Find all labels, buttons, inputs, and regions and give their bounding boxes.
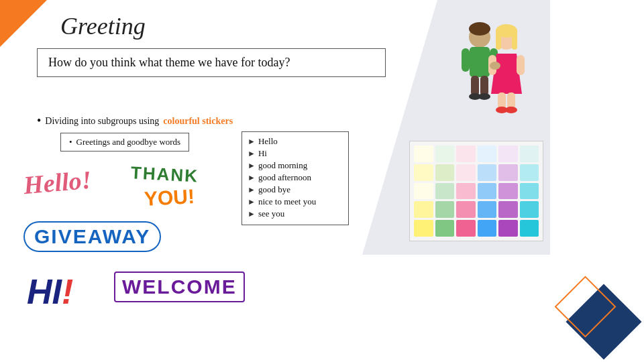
subgroup-bullet: • — [69, 137, 72, 147]
arrow-icon: ► — [248, 161, 256, 171]
sticky-note — [498, 201, 518, 218]
sticky-note — [498, 164, 518, 181]
arrow-icon: ► — [248, 173, 256, 183]
sticky-note — [498, 220, 518, 237]
dividing-bullet: • Dividing into subgroups using colourfu… — [37, 114, 233, 128]
question-box: How do you think what theme we have for … — [37, 48, 386, 77]
sticky-note — [498, 145, 518, 162]
sticky-note — [520, 164, 539, 181]
word-item: ►good bye — [248, 184, 343, 195]
word-item: ►nice to meet you — [248, 196, 343, 207]
colourful-stickers-label: colourful stickers — [163, 116, 233, 127]
stickers-area: Hello! THANK YOU! GIVEAWAY HI! WELCOME — [20, 161, 248, 342]
sticky-note — [435, 145, 455, 162]
orange-triangle-decoration — [0, 0, 47, 47]
question-text: How do you think what theme we have for … — [48, 56, 290, 69]
arrow-icon: ► — [248, 209, 256, 219]
kids-illustration — [449, 20, 537, 114]
sticky-note — [414, 220, 433, 237]
arrow-icon: ► — [248, 185, 256, 195]
svg-rect-1 — [470, 47, 490, 77]
sticky-note — [478, 145, 497, 162]
word-item: ►Hi — [248, 148, 343, 159]
subgroup-box: • Greetings and goodbye words — [60, 133, 189, 152]
sticker-you: YOU! — [144, 185, 195, 210]
sticky-note — [520, 183, 539, 200]
svg-point-8 — [469, 22, 490, 36]
sticker-thank: THANK — [130, 162, 199, 186]
sticky-note — [414, 145, 433, 162]
dividing-label: Dividing into subgroups using — [45, 116, 159, 127]
sticker-hi: HI! — [27, 272, 73, 312]
sticky-note — [414, 183, 433, 200]
sticky-note — [414, 164, 433, 181]
sticky-note — [478, 201, 497, 218]
svg-rect-2 — [462, 48, 470, 72]
sticky-notes-image — [409, 141, 543, 241]
sticky-note — [498, 183, 518, 200]
sticky-note — [478, 220, 497, 237]
svg-point-16 — [490, 62, 500, 70]
sticky-note — [520, 220, 539, 237]
arrow-icon: ► — [248, 149, 256, 159]
sticky-note — [478, 164, 497, 181]
sticky-note — [456, 164, 476, 181]
word-item: ►good morning — [248, 160, 343, 171]
sticky-note — [456, 183, 476, 200]
bullet-point: • — [37, 114, 41, 128]
word-item: ►Hello — [248, 136, 343, 147]
page-title: Greeting — [60, 12, 146, 40]
sticker-welcome: WELCOME — [114, 272, 245, 302]
sticky-note — [435, 164, 455, 181]
sticky-note — [435, 220, 455, 237]
sticky-note — [435, 183, 455, 200]
sticky-note — [456, 201, 476, 218]
sticky-note — [435, 201, 455, 218]
sticker-giveaway: GIVEAWAY — [23, 221, 161, 252]
sticky-note — [456, 145, 476, 162]
sticky-note — [456, 220, 476, 237]
sticky-note — [520, 201, 539, 218]
arrow-icon: ► — [248, 137, 256, 147]
sticky-note — [414, 201, 433, 218]
svg-point-20 — [505, 107, 517, 113]
arrow-icon: ► — [248, 197, 256, 207]
sticky-note — [478, 183, 497, 200]
words-list-box: ►Hello►Hi►good morning►good afternoon►go… — [241, 131, 349, 225]
svg-rect-11 — [496, 29, 501, 50]
svg-rect-5 — [480, 76, 488, 96]
svg-point-7 — [478, 93, 490, 100]
svg-rect-15 — [517, 55, 525, 75]
svg-rect-12 — [512, 29, 517, 50]
sticker-hello: Hello! — [22, 165, 93, 200]
svg-rect-4 — [471, 76, 479, 96]
sticky-note — [520, 145, 539, 162]
subgroup-label: Greetings and goodbye words — [76, 137, 181, 147]
word-item: ►good afternoon — [248, 172, 343, 183]
word-item: ►see you — [248, 208, 343, 219]
